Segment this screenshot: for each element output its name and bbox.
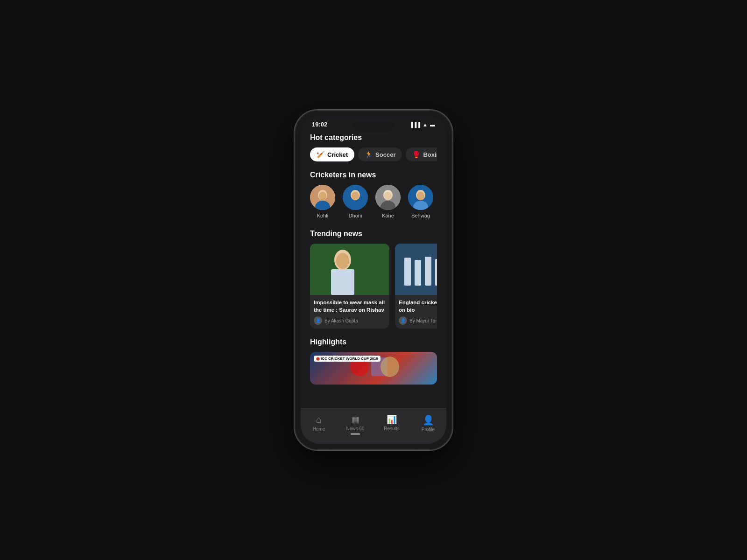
kane-avatar xyxy=(375,185,401,210)
categories-row: 🏏 Cricket 🏃 Soccer 🥊 Boxing xyxy=(310,147,437,161)
category-boxing[interactable]: 🥊 Boxing xyxy=(406,147,437,161)
trending-title: Trending news xyxy=(310,230,437,238)
highlights-badge-text: ICC CRICKET WORLD CUP 2019 xyxy=(321,357,378,361)
kohli-name: Kohli xyxy=(317,213,328,218)
news-underline xyxy=(351,434,360,434)
signal-icon: ▐▐▐ xyxy=(409,122,420,127)
category-soccer[interactable]: 🏃 Soccer xyxy=(358,147,402,161)
svg-rect-22 xyxy=(331,269,354,295)
cricket-label: Cricket xyxy=(327,151,348,158)
news-author-row-1: 👤 By Akash Gupta xyxy=(314,316,386,325)
author-avatar-1: 👤 xyxy=(314,316,322,325)
cricketers-row: Kohli Dhoni xyxy=(310,185,437,220)
svg-point-3 xyxy=(319,192,326,200)
profile-icon: 👤 xyxy=(423,414,434,426)
cricketer-sehwag[interactable]: Sehwag xyxy=(408,185,433,218)
profile-label: Profile xyxy=(422,427,435,432)
news-label: News 60 xyxy=(346,426,365,431)
results-icon: 📊 xyxy=(387,414,397,425)
sehwag-avatar xyxy=(408,185,433,210)
battery-icon: ▬ xyxy=(430,122,435,127)
scroll-content[interactable]: Hot categories 🏏 Cricket 🏃 Soccer 🥊 Boxi… xyxy=(301,130,446,408)
sehwag-name: Sehwag xyxy=(411,213,430,218)
news-card-2[interactable]: England cricket c relaxation on bio 👤 By… xyxy=(395,244,437,329)
dhoni-name: Dhoni xyxy=(349,213,362,218)
dhoni-avatar xyxy=(343,185,368,210)
news-title-1: Impossible to wear mask all the time : S… xyxy=(314,299,386,314)
nav-news[interactable]: ▦ News 60 xyxy=(337,413,374,436)
svg-rect-27 xyxy=(425,257,431,286)
cricketers-title: Cricketers in news xyxy=(310,171,437,179)
boxing-icon: 🥊 xyxy=(412,151,420,158)
svg-point-11 xyxy=(384,192,392,200)
news-card-1[interactable]: Impossible to wear mask all the time : S… xyxy=(310,244,389,329)
news-title-2: England cricket c relaxation on bio xyxy=(399,299,437,314)
cricketer-kane[interactable]: Kane xyxy=(375,185,401,218)
cricket-icon: 🏏 xyxy=(317,151,324,158)
wifi-icon: ▲ xyxy=(423,122,428,127)
highlights-title: Highlights xyxy=(310,338,437,346)
trending-row: Impossible to wear mask all the time : S… xyxy=(310,244,437,329)
svg-point-32 xyxy=(381,357,399,377)
highlights-card[interactable]: ⬤ ICC CRICKET WORLD CUP 2019 xyxy=(310,352,437,385)
svg-point-23 xyxy=(336,253,349,269)
news-image-1 xyxy=(310,244,389,295)
cricketer-kohli[interactable]: Kohli xyxy=(310,185,335,218)
soccer-icon: 🏃 xyxy=(365,151,373,158)
hot-categories-title: Hot categories xyxy=(310,133,437,142)
home-icon: ⌂ xyxy=(316,414,322,425)
cricketer-dhoni[interactable]: Dhoni xyxy=(343,185,368,218)
category-cricket[interactable]: 🏏 Cricket xyxy=(310,147,354,161)
highlights-badge: ⬤ ICC CRICKET WORLD CUP 2019 xyxy=(314,356,381,362)
svg-rect-26 xyxy=(415,260,421,286)
nav-home[interactable]: ⌂ Home xyxy=(301,413,337,436)
nav-profile[interactable]: 👤 Profile xyxy=(410,413,446,436)
news-author-row-2: 👤 By Mayur Tando xyxy=(399,316,437,325)
bottom-nav: ⌂ Home ▦ News 60 📊 Results 👤 Profile xyxy=(301,408,446,444)
news-image-2 xyxy=(395,244,437,295)
home-label: Home xyxy=(313,427,325,432)
nav-results[interactable]: 📊 Results xyxy=(374,413,410,436)
author-name-1: By Akash Gupta xyxy=(324,318,358,323)
kane-name: Kane xyxy=(382,213,394,218)
svg-point-15 xyxy=(417,192,424,200)
svg-rect-28 xyxy=(435,259,437,286)
status-time: 19:02 xyxy=(312,121,327,128)
soccer-label: Soccer xyxy=(375,151,395,158)
boxing-label: Boxing xyxy=(423,151,437,158)
svg-point-7 xyxy=(352,192,359,200)
results-label: Results xyxy=(384,426,399,431)
author-avatar-2: 👤 xyxy=(399,316,407,325)
author-name-2: By Mayur Tando xyxy=(409,318,437,323)
news-icon: ▦ xyxy=(352,414,359,425)
status-icons: ▐▐▐ ▲ ▬ xyxy=(409,122,435,127)
phone-frame: 19:02 ▐▐▐ ▲ ▬ Hot categories 🏏 Cricket xyxy=(294,110,453,450)
kohli-avatar xyxy=(310,185,335,210)
svg-rect-25 xyxy=(404,258,411,286)
